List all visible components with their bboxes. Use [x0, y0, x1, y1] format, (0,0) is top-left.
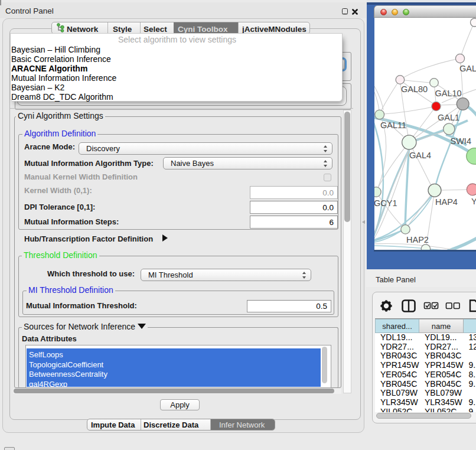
svg-text:GAL10: GAL10 [435, 89, 462, 98]
svg-text:GAL80: GAL80 [401, 84, 428, 94]
svg-text:SWI4: SWI4 [451, 136, 471, 146]
svg-text:HAP4: HAP4 [435, 197, 458, 207]
svg-text:GAL4: GAL4 [409, 151, 431, 160]
svg-text:GAL7: GAL7 [459, 64, 476, 73]
svg-text:HAP2: HAP2 [406, 235, 429, 244]
svg-text:GAL11: GAL11 [380, 120, 406, 130]
svg-text:GAL1: GAL1 [438, 113, 459, 122]
svg-text:Y: Y [471, 197, 476, 206]
svg-text:GCY1: GCY1 [374, 198, 397, 208]
